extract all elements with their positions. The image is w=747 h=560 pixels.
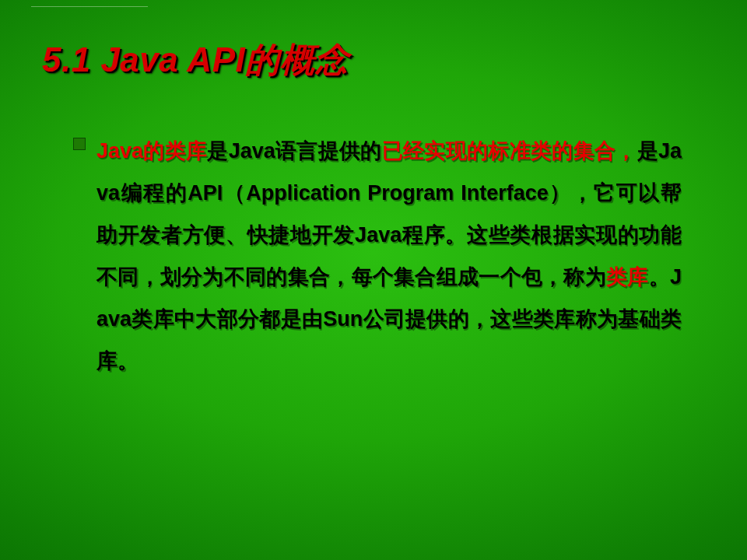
- highlight-text: Java的类库: [96, 139, 207, 163]
- paragraph: Java的类库是Java语言提供的已经实现的标准类的集合，是Java编程的API…: [96, 130, 682, 382]
- decorative-line: [31, 6, 148, 7]
- bullet-square-icon: [73, 138, 86, 150]
- slide-body: Java的类库是Java语言提供的已经实现的标准类的集合，是Java编程的API…: [42, 130, 705, 382]
- slide-title: 5.1 Java API的概念: [42, 37, 705, 83]
- highlight-text: 已经实现的标准类的集合，: [382, 139, 637, 163]
- bullet-item: Java的类库是Java语言提供的已经实现的标准类的集合，是Java编程的API…: [96, 130, 682, 382]
- highlight-text: 类库: [606, 265, 649, 289]
- body-text: 是Java语言提供的: [207, 139, 381, 163]
- slide-container: 5.1 Java API的概念 Java的类库是Java语言提供的已经实现的标准…: [0, 0, 747, 560]
